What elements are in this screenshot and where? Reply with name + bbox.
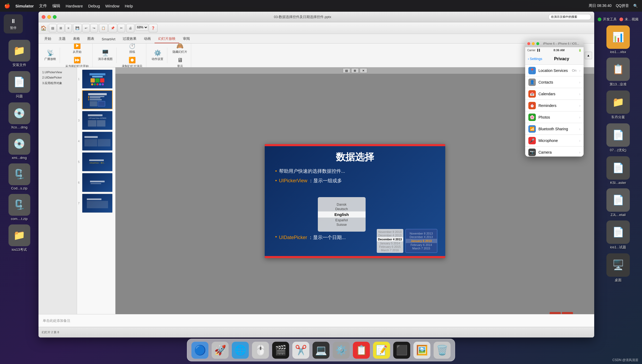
tb-paste[interactable]: 📌 [108,24,117,32]
iphone-minimize-btn[interactable] [532,42,535,45]
dock-mouse[interactable]: 🖱️ [252,342,269,359]
slide-view-close[interactable]: ✕ [360,68,367,73]
right-icon-chapter13[interactable]: 📋 第13...业准 [606,58,630,87]
ribbon-display[interactable]: 🖥 显示 [176,56,185,67]
panel-item-3[interactable]: 3.应用程序对象 [41,80,75,86]
ribbon-rehearse[interactable]: ⏱️ 排练 [127,44,137,55]
slide-thumb-7[interactable] [82,194,113,213]
menu-simulator[interactable]: Simulator [15,4,34,8]
maximize-button[interactable] [53,15,57,19]
dock-safari[interactable]: 🌐 [232,342,249,359]
right-icon-desktop[interactable]: 🖥️ 桌面 [606,253,630,283]
iphone-maximize-btn[interactable] [536,42,539,45]
slide-thumb-2[interactable] [82,90,113,109]
dock-terminal[interactable]: 💻 [313,342,329,359]
apple-menu[interactable]: 🍎 [4,3,10,9]
ribbon-presenter-view[interactable]: 🖥️ 演示者视图 [96,49,114,62]
menu-file[interactable]: 文件 [39,3,47,8]
dock-launchpad[interactable]: 🚀 [212,342,229,359]
close-button[interactable] [42,15,45,19]
pause-button[interactable]: ⏸ 暂停 [4,14,23,33]
tab-animation[interactable]: 动画 [140,35,155,43]
dock-preview[interactable]: 🖼️ [413,342,430,359]
right-icon-excel[interactable]: 📊 ios1....xlsx [606,25,630,54]
dock-dark-app[interactable]: ⬛ [393,342,410,359]
search-input[interactable] [549,14,591,20]
home-icon[interactable]: 🏠 [41,25,46,31]
zoom-select[interactable]: 68% [136,24,148,31]
tb-view-outline[interactable]: ≡ [65,24,72,32]
tb-view-normal[interactable]: ▤ [49,24,57,32]
left-icon-problem[interactable]: 📄 问题 [8,71,30,99]
tb-save[interactable]: 💾 [73,24,82,32]
dock-notes[interactable]: 📝 [373,342,390,359]
tab-transition[interactable]: 过渡效果 [119,35,140,43]
tb-help[interactable]: ❓ [149,24,157,32]
list-item[interactable]: 📷 Camera › [525,146,584,157]
left-icon-install-files[interactable]: 📁 安装文件 [8,40,30,67]
right-icon-optimize[interactable]: 📄 07…(优化) [606,123,630,153]
tab-start[interactable]: 开始 [41,35,55,43]
right-icon-zjl[interactable]: 📄 ZJL...etail [606,188,630,217]
ribbon-broadcast[interactable]: 📡 广播放映 [43,49,58,62]
list-item[interactable]: 🎤 Microphone › [525,135,584,146]
ribbon-action-settings[interactable]: ⚙️ 动作设置 [150,49,165,62]
tb-undo[interactable]: ↩ [82,24,90,32]
tab-review[interactable]: 审阅 [179,35,194,43]
list-item[interactable]: 📶 Bluetooth Sharing › [525,123,584,135]
slide-thumb-4[interactable] [82,132,113,151]
list-item[interactable]: 👤 Contacts › [525,76,584,88]
ribbon-from-start[interactable]: ▶️ 从开始 [71,44,83,55]
left-icon-xcode-dmg[interactable]: 💿 Xco....dmg [8,102,30,129]
slide-thumb-3[interactable]: UIPickerView-025600 [82,111,113,130]
tab-chart[interactable]: 图表 [84,35,98,43]
tb-cut[interactable]: ✂ [118,24,125,32]
dock-trash[interactable]: 🗑️ [434,342,451,359]
tb-copy[interactable]: 📋 [99,24,108,32]
panel-item-1[interactable]: 1.UIPickerView [41,70,75,75]
right-icon-chedan[interactable]: 📁 车丹分案 [606,90,630,120]
tb-redo[interactable]: ↪ [90,24,98,32]
ios-back-button[interactable]: ‹ Settings [528,57,542,61]
ribbon-from-current[interactable]: ⏩ 从当前幻灯片开始 [64,56,90,67]
tb-print[interactable]: 🖨 [126,24,134,32]
dock-settings[interactable]: ⚙️ [333,342,350,359]
left-icon-com-zip[interactable]: 🗜️ com....t.zip [8,194,30,221]
menu-input-method[interactable]: QQ拼音 [616,3,629,8]
dock-video[interactable]: 🎬 [272,342,289,359]
list-item[interactable]: 📅 Calendars › [525,88,584,100]
menu-search[interactable]: 🔍 [633,4,638,8]
iphone-close-btn[interactable] [527,42,530,45]
slide-view-normal[interactable]: ▤ [343,68,350,73]
tab-smartart[interactable]: SmartArt [98,36,119,43]
slide-thumb-6[interactable] [82,173,113,192]
menu-debug[interactable]: Debug [88,4,100,8]
dock-cut[interactable]: ✂️ [292,342,309,359]
dock-paste[interactable]: 📋 [353,342,370,359]
left-icon-ios13-exam[interactable]: 📁 ios13考试 [8,224,30,252]
ribbon-hide-slide[interactable]: 🙈 隐藏幻灯片 [171,44,189,55]
tab-slideshow[interactable]: 幻灯片放映 [155,35,179,43]
menu-window[interactable]: Window [105,4,119,8]
slide-view-grid[interactable]: ⊞ [351,68,359,73]
panel-item-2[interactable]: 2.UIDatePicker [41,75,75,80]
tb-view-grid[interactable]: ⊞ [57,24,65,32]
left-icon-xmi-dmg[interactable]: 💿 xmi...dmg [8,133,30,160]
right-icon-ksi[interactable]: 📄 KSl...aster [606,156,630,185]
menu-help[interactable]: Help [125,4,133,8]
menu-edit[interactable]: 编辑 [52,3,60,8]
slide-thumb-1[interactable] [82,70,113,89]
ribbon-collapse[interactable]: ▲ [585,52,592,59]
slide-thumb-5[interactable]: UIDatePicker：显示... [82,152,113,171]
list-item[interactable]: ⏰ Reminders › [525,100,584,111]
left-icon-code-zip[interactable]: 🗜️ Cod...s.zip [8,163,30,190]
right-icon-devtools[interactable]: 开发工具 未…视频 [598,17,639,22]
list-item[interactable]: 🌸 Photos › [525,111,584,123]
minimize-button[interactable] [47,15,51,19]
right-icon-ios1-exam[interactable]: 📄 ios1...试题 [606,220,630,250]
ribbon-record[interactable]: ⏺️ 录制幻灯片演示 [120,56,144,67]
dock-finder[interactable]: 🔵 [191,342,208,359]
menu-hardware[interactable]: Hardware [66,4,83,8]
tab-table[interactable]: 表格 [69,35,84,43]
list-item[interactable]: 📍 Location Services On › [525,65,584,76]
